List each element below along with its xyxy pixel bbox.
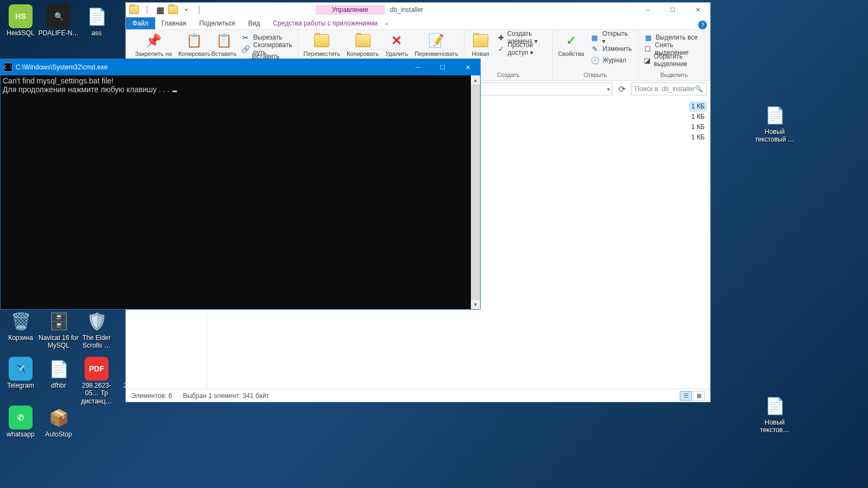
search-icon: 🔍 xyxy=(695,85,703,93)
file-size-cell: 1 КБ xyxy=(689,101,707,112)
folder-icon xyxy=(354,32,372,49)
desktop-icon-label: HeidiSQL xyxy=(7,29,34,37)
delete-icon: ✕ xyxy=(388,32,405,49)
easy-access-button[interactable]: ✓Простой доступ ▾ xyxy=(496,43,549,54)
qat-dropdown-icon[interactable]: ▾ xyxy=(180,4,192,16)
ribbon-collapse-icon[interactable]: ⌃ xyxy=(384,22,389,29)
app-icon: ✆ xyxy=(9,406,33,429)
status-bar: Элементов: 6 Выбран 1 элемент: 341 байт … xyxy=(126,389,710,402)
app-icon: 🗄️ xyxy=(47,309,71,333)
desktop-icon-label: The Elder Scrolls … xyxy=(76,334,117,350)
maximize-button[interactable]: ☐ xyxy=(430,59,455,75)
folder-icon[interactable] xyxy=(167,4,179,16)
desktop-icon[interactable]: 📄Новый текстовый … xyxy=(754,103,795,144)
cmd-title: C:\Windows\System32\cmd.exe xyxy=(16,63,405,71)
app-icon: 🔍 xyxy=(47,4,71,28)
view-icons-button[interactable]: ▦ xyxy=(693,391,705,401)
invert-selection-button[interactable]: ◪Обратить выделение xyxy=(642,55,706,66)
scroll-track[interactable] xyxy=(471,85,480,300)
desktop-icon[interactable]: 📄ass xyxy=(76,4,117,37)
copy-to-button[interactable]: Копировать xyxy=(344,31,381,58)
desktop-icon[interactable]: 🛡️The Elder Scrolls … xyxy=(76,309,117,350)
desktop-icon-label: Новый текстовый … xyxy=(754,128,795,144)
file-size-column: 1 КБ 1 КБ 1 КБ 1 КБ xyxy=(689,101,707,143)
close-button[interactable]: ✕ xyxy=(455,59,480,75)
history-button[interactable]: 🕘Журнал xyxy=(589,55,635,66)
select-all-icon: ▦ xyxy=(644,33,653,42)
desktop-icon-label: PDALIFE-N… xyxy=(39,29,79,37)
desktop-icon[interactable]: 🗑️Корзина xyxy=(0,309,41,342)
folder-icon xyxy=(313,32,330,49)
edit-icon: ✎ xyxy=(591,44,599,53)
app-icon: 🗑️ xyxy=(9,309,33,333)
tab-share[interactable]: Поделиться xyxy=(193,17,241,29)
desktop-icon-label: ass xyxy=(92,29,102,37)
new-folder-icon xyxy=(472,32,489,49)
delete-button[interactable]: ✕ Удалить xyxy=(383,31,410,58)
scroll-down-icon[interactable]: ▼ xyxy=(471,300,480,309)
desktop-icon[interactable]: 🔍PDALIFE-N… xyxy=(38,4,79,37)
scroll-up-icon[interactable]: ▲ xyxy=(471,75,480,85)
desktop-icon[interactable]: HSHeidiSQL xyxy=(0,4,41,37)
qat-sep: | xyxy=(141,4,153,16)
rename-icon: 📝 xyxy=(427,32,445,49)
cursor xyxy=(173,91,177,92)
qat-properties-icon[interactable]: ▦ xyxy=(154,4,166,16)
ribbon-tabs: Файл Главная Поделиться Вид Средства раб… xyxy=(126,17,710,30)
desktop-icon[interactable]: PDF298.2623-05… Тр дистанц… xyxy=(76,357,117,405)
cmd-output[interactable]: Can't find mysql_settings.bat file! Для … xyxy=(1,75,480,309)
new-item-icon: ✚ xyxy=(498,33,504,42)
view-details-button[interactable]: ☰ xyxy=(680,391,692,401)
minimize-button[interactable]: ─ xyxy=(635,3,660,17)
invert-icon: ◪ xyxy=(644,56,651,65)
app-icon: PDF xyxy=(85,357,108,381)
rename-button[interactable]: 📝 Переименовать xyxy=(412,31,461,58)
desktop-icon[interactable]: ✈️Telegram xyxy=(0,357,41,389)
desktop-icon[interactable]: 🗄️Navicat 16 for MySQL xyxy=(38,309,79,350)
desktop-icon-label: AutoStop xyxy=(45,431,72,438)
paste-button[interactable]: 📋 Вставить xyxy=(211,31,237,58)
desktop-icon[interactable]: 📦AutoStop xyxy=(38,406,79,438)
path-icon: 🔗 xyxy=(241,44,250,53)
desktop-icon-label: Navicat 16 for MySQL xyxy=(38,334,79,350)
pin-icon: 📌 xyxy=(145,32,162,49)
copy-button[interactable]: 📋 Копировать xyxy=(180,31,209,58)
tab-app-tools[interactable]: Средства работы с приложениями xyxy=(266,17,384,29)
scrollbar[interactable]: ▲ ▼ xyxy=(471,75,480,309)
desktop-icon-label: 298.2623-05… Тр дистанц… xyxy=(76,382,117,405)
open-button[interactable]: ▦Открыть ▾ xyxy=(589,32,635,43)
app-icon: 📄 xyxy=(47,357,71,381)
desktop-icon-label: Telegram xyxy=(7,382,34,389)
minimize-button[interactable]: ─ xyxy=(405,59,430,75)
help-icon[interactable]: ? xyxy=(698,21,707,29)
qat-sep: | xyxy=(193,4,205,16)
desktop-icon[interactable]: 📄Новый текстов… xyxy=(754,394,795,434)
tab-home[interactable]: Главная xyxy=(155,17,193,29)
tab-view[interactable]: Вид xyxy=(241,17,266,29)
refresh-button[interactable]: ⟳ xyxy=(616,83,628,95)
close-button[interactable]: ✕ xyxy=(685,3,710,17)
cmd-titlebar[interactable]: C:\ C:\Windows\System32\cmd.exe ─ ☐ ✕ xyxy=(1,59,480,75)
desktop-icon[interactable]: ✆whatsapp xyxy=(0,406,41,438)
ribbon-group-label: Открыть xyxy=(556,70,634,79)
properties-button[interactable]: ✓ Свойства xyxy=(556,31,586,58)
app-icon: HS xyxy=(9,4,33,28)
window-title: db_installer xyxy=(385,6,635,14)
file-size-cell: 1 КБ xyxy=(689,132,707,143)
desktop-icon-label: dfhbr xyxy=(51,382,66,389)
new-folder-button[interactable]: Новая xyxy=(468,31,494,58)
desktop-icon-label: whatsapp xyxy=(7,431,34,438)
app-icon: 🛡️ xyxy=(85,309,108,333)
tab-file[interactable]: Файл xyxy=(126,17,155,29)
explorer-titlebar[interactable]: | ▦ ▾ | Управление db_installer ─ ☐ ✕ xyxy=(126,3,710,17)
app-icon: ✈️ xyxy=(9,357,33,381)
search-input[interactable]: Поиск в: db_installer 🔍 xyxy=(631,82,707,95)
move-to-button[interactable]: Переместить xyxy=(302,31,342,58)
history-icon: 🕘 xyxy=(591,56,599,65)
maximize-button[interactable]: ☐ xyxy=(660,3,685,17)
folder-icon xyxy=(128,4,140,16)
cmd-window: C:\ C:\Windows\System32\cmd.exe ─ ☐ ✕ Ca… xyxy=(0,59,481,310)
desktop-icon[interactable]: 📄dfhbr xyxy=(38,357,79,389)
edit-button[interactable]: ✎Изменить xyxy=(589,43,635,54)
status-selection: Выбран 1 элемент: 341 байт xyxy=(183,392,269,400)
